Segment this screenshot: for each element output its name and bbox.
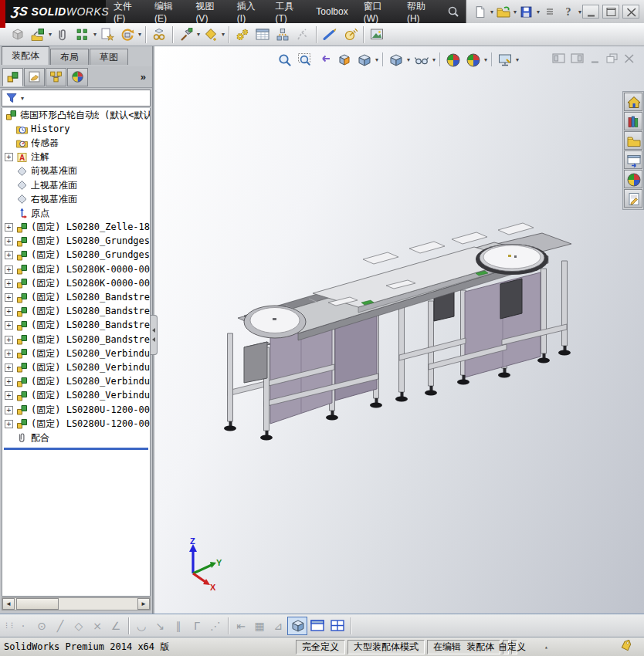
menu-view[interactable]: 视图(V): [188, 0, 229, 23]
split-pane-right-icon[interactable]: [571, 52, 584, 66]
expand-icon[interactable]: +: [5, 307, 13, 316]
assembly-3d-model[interactable]: [154, 46, 644, 614]
point-snap-icon[interactable]: ·: [14, 617, 32, 635]
features-dropdown-caret[interactable]: ▾: [197, 31, 200, 38]
intersection-snap-icon[interactable]: ×: [88, 617, 107, 635]
tree-item[interactable]: +(固定) LS0280U-1200-00-0_: [2, 403, 150, 417]
menu-window[interactable]: 窗口(W): [356, 0, 399, 23]
filter-dropdown-caret[interactable]: ▾: [21, 95, 24, 102]
angle-snap-icon[interactable]: ∠: [107, 617, 125, 635]
move-dropdown-caret[interactable]: ▾: [138, 31, 141, 38]
search-icon[interactable]: [441, 0, 466, 23]
close-document-icon[interactable]: [623, 52, 635, 66]
viewsettings-dropdown-caret[interactable]: ▾: [516, 56, 519, 63]
restore-document-icon[interactable]: [606, 52, 618, 66]
display-dropdown-caret[interactable]: ▾: [407, 56, 410, 63]
bill-of-materials-icon[interactable]: [253, 25, 273, 45]
tree-item[interactable]: 前视基准面: [2, 164, 150, 178]
tree-item[interactable]: 配合: [2, 431, 150, 445]
options-icon[interactable]: [541, 3, 559, 20]
four-viewport-button[interactable]: [327, 617, 347, 635]
expand-icon[interactable]: +: [5, 406, 13, 414]
expand-icon[interactable]: +: [5, 251, 13, 259]
view-orientation-icon[interactable]: [354, 50, 374, 69]
expand-icon[interactable]: +: [5, 420, 13, 428]
help-dropdown-caret[interactable]: ▾: [578, 8, 581, 15]
menu-insert[interactable]: 插入(I): [229, 0, 268, 23]
expand-icon[interactable]: +: [5, 293, 13, 302]
insert-components-icon[interactable]: [28, 25, 48, 45]
tree-item[interactable]: 传感器: [2, 136, 150, 150]
expand-icon[interactable]: +: [5, 350, 13, 358]
menu-toolbox[interactable]: Toolbox: [308, 0, 355, 23]
zoom-to-area-icon[interactable]: [294, 50, 314, 69]
custom-label[interactable]: 自定义: [498, 641, 526, 654]
maximize-button[interactable]: [602, 5, 619, 19]
rollback-bar[interactable]: [4, 448, 148, 450]
expand-icon[interactable]: +: [5, 153, 13, 161]
smart-fasteners-icon[interactable]: [97, 25, 117, 45]
tree-item[interactable]: +(固定) LS0280_Bandstrecke_: [2, 290, 150, 304]
featuremanager-tree-tab[interactable]: [2, 68, 23, 86]
tree-item[interactable]: 右视基准面: [2, 192, 150, 206]
tree-item[interactable]: +(固定) LS0280_Bandstrecke_: [2, 305, 150, 319]
expand-icon[interactable]: +: [5, 321, 13, 330]
tangent-snap-icon[interactable]: ◡: [132, 617, 151, 635]
parallel-snap-icon[interactable]: ∥: [169, 617, 188, 635]
file-explorer-icon[interactable]: [624, 131, 642, 150]
tree-item[interactable]: History: [2, 122, 150, 136]
solidworks-resources-icon[interactable]: [624, 93, 642, 111]
edit-component-icon[interactable]: [8, 25, 28, 45]
tree-item[interactable]: +(固定) LS0280_Grundgestell: [2, 235, 150, 249]
expand-icon[interactable]: +: [5, 237, 13, 245]
show-hidden-components-icon[interactable]: [149, 25, 169, 45]
appearances-scenes-icon[interactable]: [624, 170, 642, 188]
minimize-button[interactable]: [582, 5, 599, 19]
points-snap-icon[interactable]: ⋰: [206, 617, 225, 635]
center-snap-icon[interactable]: ⊙: [32, 617, 51, 635]
close-button[interactable]: [622, 5, 639, 19]
line-snap-icon[interactable]: ╱: [51, 617, 69, 635]
linear-component-pattern-icon[interactable]: [73, 25, 93, 45]
tree-item[interactable]: +(固定) LS0280_Verbindunspl: [2, 389, 150, 403]
tree-item[interactable]: 上视基准面: [2, 178, 150, 192]
tree-item[interactable]: +(固定) LS0280K-0000-00-0_: [2, 276, 150, 290]
new-document-button[interactable]: [471, 3, 490, 20]
expand-icon[interactable]: +: [5, 377, 13, 386]
more-tabs-chevron[interactable]: »: [141, 71, 146, 83]
tree-item[interactable]: +(固定) LS0280K-0000-00-0_: [2, 262, 150, 276]
tree-item[interactable]: +(固定) LS0280_Verbindunspl: [2, 360, 150, 374]
scrollbar-thumb[interactable]: [16, 598, 59, 610]
display-style-icon[interactable]: [386, 50, 405, 69]
tree-item[interactable]: +(固定) LS0280_Verbindunspl: [2, 375, 150, 389]
minimize-document-icon[interactable]: [589, 52, 601, 66]
move-component-icon[interactable]: [117, 25, 137, 45]
view-settings-icon[interactable]: [495, 50, 514, 69]
custom-dropdown-caret[interactable]: ▴: [544, 644, 548, 651]
insert-dropdown-caret[interactable]: ▾: [49, 31, 52, 38]
custom-properties-icon[interactable]: [624, 189, 642, 208]
menu-file[interactable]: 文件(F): [106, 0, 147, 23]
section-view-icon[interactable]: [334, 50, 354, 69]
tree-item[interactable]: +(固定) LS0280_Zelle-180_E_: [2, 221, 150, 235]
refgeo-dropdown-caret[interactable]: ▾: [222, 31, 225, 38]
menu-tools[interactable]: 工具(T): [267, 0, 308, 23]
scene-dropdown-caret[interactable]: ▾: [484, 56, 487, 63]
expand-icon[interactable]: +: [5, 279, 13, 288]
orientation-dropdown-caret[interactable]: ▾: [375, 56, 378, 63]
new-dropdown-caret[interactable]: ▾: [490, 8, 493, 15]
design-library-icon[interactable]: [624, 112, 642, 130]
custom-status[interactable]: 自定义 ▴: [498, 641, 548, 654]
tree-item[interactable]: +(固定) LS0280_Grundgestell: [2, 249, 150, 262]
new-motion-study-icon[interactable]: [232, 25, 253, 45]
tree-item[interactable]: +(固定) LS0280U-1200-00-0_: [2, 417, 150, 431]
graphics-area[interactable]: ▾ ▾ ▾ ▾ ▾ Z Y X: [154, 46, 644, 614]
save-button[interactable]: [517, 3, 536, 20]
tree-root[interactable]: 德国环形凸轮自动线 (默认<默认: [2, 108, 150, 122]
hv-snap-icon[interactable]: Γ: [188, 617, 206, 635]
tag-icon[interactable]: [620, 640, 633, 654]
grid-snap-icon[interactable]: ▦: [250, 617, 269, 635]
open-document-button[interactable]: [494, 3, 513, 20]
expand-icon[interactable]: +: [5, 364, 13, 372]
scroll-right-arrow[interactable]: ►: [137, 598, 150, 610]
